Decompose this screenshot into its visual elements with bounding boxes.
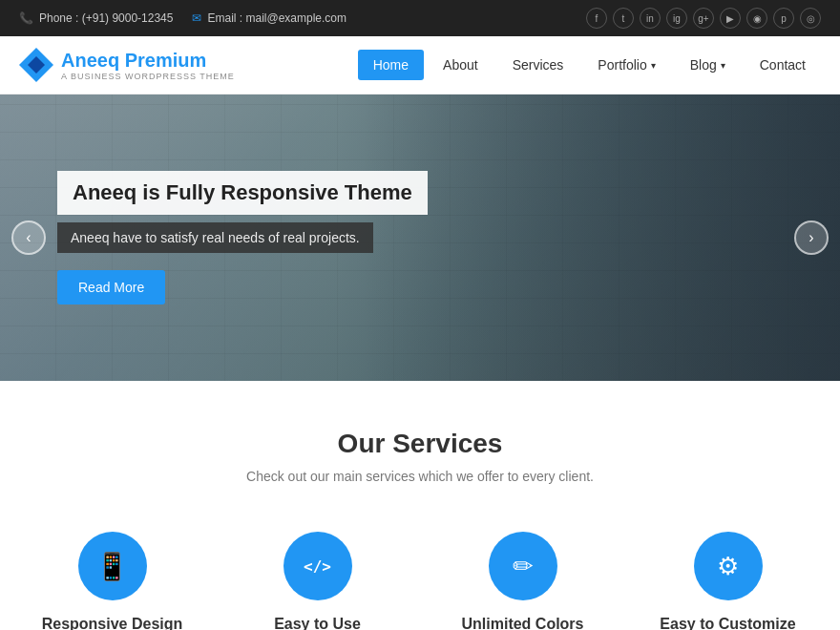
responsive-design-icon-circle: 📱 bbox=[78, 532, 147, 600]
logo-tagline: A Business Wordpresss Theme bbox=[61, 72, 235, 81]
nav-about[interactable]: About bbox=[428, 50, 494, 80]
logo[interactable]: Aneeq Premium A Business Wordpresss Them… bbox=[19, 48, 235, 82]
google-plus-icon[interactable]: g+ bbox=[693, 8, 714, 29]
services-section: Our Services Check out our main services… bbox=[0, 381, 840, 630]
easy-to-use-icon-circle: </> bbox=[284, 532, 352, 600]
service-unlimited-colors: ✏ Unlimited Colors Lorem ipsum is simply… bbox=[430, 522, 616, 630]
main-nav: Home About Services Portfolio ▾ Blog ▾ C… bbox=[358, 50, 821, 80]
nav-services[interactable]: Services bbox=[497, 50, 579, 80]
linkedin-icon[interactable]: in bbox=[640, 8, 661, 29]
header: Aneeq Premium A Business Wordpresss Them… bbox=[0, 36, 840, 94]
easy-to-customize-icon-circle: ⚙ bbox=[694, 532, 763, 600]
nav-home[interactable]: Home bbox=[358, 50, 424, 80]
unlimited-colors-name: Unlimited Colors bbox=[439, 616, 606, 630]
hero-section: ‹ Aneeq is Fully Responsive Theme Aneeq … bbox=[0, 94, 840, 381]
email-icon: ✉ bbox=[192, 11, 201, 25]
logo-text: Aneeq Premium A Business Wordpresss Them… bbox=[61, 50, 235, 81]
hero-next-icon: › bbox=[808, 229, 813, 246]
easy-to-customize-name: Easy to Customize bbox=[644, 616, 811, 630]
services-grid: 📱 Responsive Design Lorem ipsum is simpl… bbox=[19, 522, 821, 630]
hero-prev-icon: ‹ bbox=[26, 229, 31, 246]
logo-name: Aneeq Premium bbox=[61, 50, 235, 72]
blog-chevron: ▾ bbox=[721, 60, 725, 71]
hero-next-button[interactable]: › bbox=[794, 220, 829, 255]
email-label: Email : mail@example.com bbox=[207, 11, 346, 25]
hero-content: Aneeq is Fully Responsive Theme Aneeq ha… bbox=[0, 171, 485, 304]
gear-icon: ⚙ bbox=[717, 552, 739, 581]
instagram-icon[interactable]: ig bbox=[666, 8, 687, 29]
email-info: ✉ Email : mail@example.com bbox=[192, 11, 346, 25]
service-easy-to-use: </> Easy to Use Lorem ipsum is simply du… bbox=[224, 522, 410, 630]
service-easy-to-customize: ⚙ Easy to Customize Lorem ipsum is simpl… bbox=[635, 522, 821, 630]
services-subtitle: Check out our main services which we off… bbox=[19, 469, 821, 484]
unlimited-colors-icon-circle: ✏ bbox=[489, 532, 557, 600]
services-title: Our Services bbox=[19, 429, 821, 459]
hero-prev-button[interactable]: ‹ bbox=[11, 220, 46, 255]
code-icon: </> bbox=[304, 557, 331, 576]
responsive-design-name: Responsive Design bbox=[29, 616, 196, 630]
youtube-icon[interactable]: ▶ bbox=[720, 8, 741, 29]
hero-subtitle: Aneeq have to satisfy real needs of real… bbox=[57, 222, 373, 253]
top-bar: 📞 Phone : (+91) 9000-12345 ✉ Email : mai… bbox=[0, 0, 840, 36]
portfolio-chevron: ▾ bbox=[651, 60, 656, 71]
logo-name-colored: Premium bbox=[125, 50, 207, 71]
phone-icon: 📞 bbox=[19, 11, 33, 25]
mobile-icon: 📱 bbox=[95, 551, 129, 582]
social-icons: f t in ig g+ ▶ ◉ p ◎ bbox=[586, 8, 821, 29]
phone-info: 📞 Phone : (+91) 9000-12345 bbox=[19, 11, 173, 25]
phone-label: Phone : (+91) 9000-12345 bbox=[39, 11, 173, 25]
snapchat-icon[interactable]: ◉ bbox=[746, 8, 767, 29]
easy-to-use-name: Easy to Use bbox=[234, 616, 401, 630]
nav-portfolio[interactable]: Portfolio ▾ bbox=[582, 50, 670, 80]
hero-cta-button[interactable]: Read More bbox=[57, 270, 165, 304]
logo-diamond-icon bbox=[19, 48, 53, 82]
nav-blog[interactable]: Blog ▾ bbox=[675, 50, 741, 80]
nav-contact[interactable]: Contact bbox=[745, 50, 821, 80]
contact-info: 📞 Phone : (+91) 9000-12345 ✉ Email : mai… bbox=[19, 11, 346, 25]
service-responsive-design: 📱 Responsive Design Lorem ipsum is simpl… bbox=[19, 522, 205, 630]
pinterest-icon[interactable]: p bbox=[773, 8, 794, 29]
rss-icon[interactable]: ◎ bbox=[800, 8, 821, 29]
pencil-icon: ✏ bbox=[513, 552, 534, 581]
hero-title: Aneeq is Fully Responsive Theme bbox=[57, 171, 428, 215]
logo-name-plain: Aneeq bbox=[61, 50, 125, 71]
logo-inner-diamond bbox=[28, 56, 45, 74]
facebook-icon[interactable]: f bbox=[586, 8, 607, 29]
twitter-icon[interactable]: t bbox=[613, 8, 634, 29]
